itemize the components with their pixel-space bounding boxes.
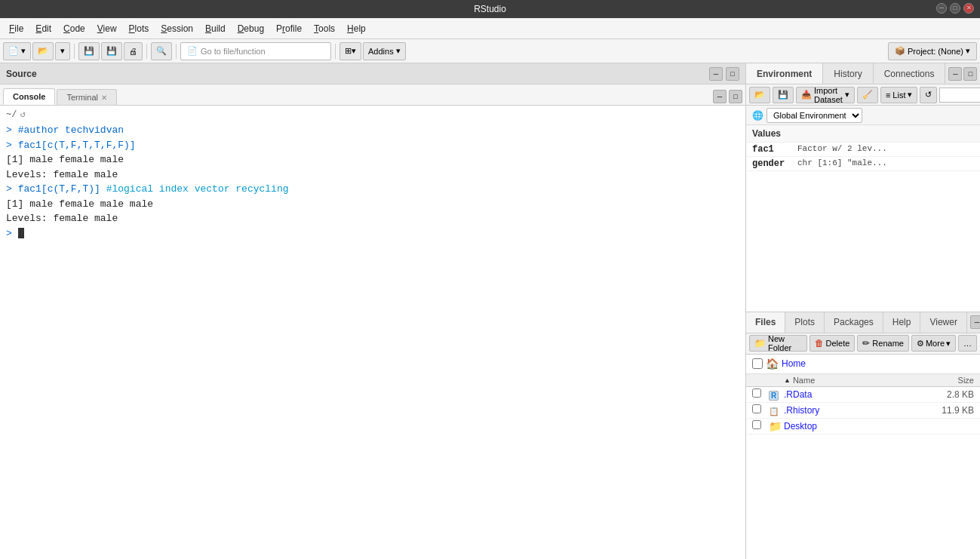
save-all-button[interactable]: 💾 [101, 42, 122, 60]
minimize-button[interactable]: ─ [936, 3, 947, 14]
addins-button[interactable]: Addins ▾ [363, 42, 406, 60]
save-all-icon: 💾 [106, 46, 117, 56]
collapse-files-button[interactable]: ─ [970, 315, 980, 329]
rdata-checkbox[interactable] [752, 389, 761, 398]
tab-terminal[interactable]: Terminal ✕ [57, 89, 117, 105]
rhistory-checkbox[interactable] [752, 404, 761, 413]
load-workspace-button[interactable]: 📂 [749, 87, 770, 103]
layout-button[interactable]: ⊞▾ [339, 42, 361, 60]
source-header-buttons: ─ □ [709, 67, 739, 81]
env-search-input[interactable] [939, 88, 980, 103]
collapse-console-button[interactable]: ─ [713, 90, 727, 103]
print-button[interactable]: 🖨 [124, 42, 143, 60]
packages-tab-label: Packages [834, 317, 874, 327]
col-size-header[interactable]: Size [921, 376, 974, 385]
menu-code[interactable]: Code [57, 20, 91, 37]
tab-connections[interactable]: Connections [874, 63, 946, 84]
delete-button[interactable]: 🗑 Delete [809, 335, 856, 352]
collapse-env-button[interactable]: ─ [948, 67, 962, 81]
new-folder-button[interactable]: 📁 New Folder [749, 335, 807, 352]
tab-viewer[interactable]: Viewer [920, 312, 966, 333]
global-env-select[interactable]: Global Environment [766, 108, 862, 123]
env-resize-buttons: ─ □ [945, 67, 980, 81]
files-more-dots-button[interactable]: … [958, 335, 977, 352]
menu-view[interactable]: View [91, 20, 123, 37]
terminal-tab-close[interactable]: ✕ [101, 94, 107, 102]
tab-console[interactable]: Console [3, 88, 55, 105]
menu-plots[interactable]: Plots [123, 20, 155, 37]
file-row-desktop[interactable]: 📁 Desktop [746, 419, 980, 435]
menu-edit[interactable]: Edit [29, 20, 57, 37]
menu-debug[interactable]: Debug [232, 20, 270, 37]
toolbar: 📄▾ 📂 ▾ 💾 💾 🖨 🔍 📄 Go to file/function ⊞▾ … [0, 39, 980, 63]
maximize-button[interactable]: □ [950, 3, 960, 14]
code-2: fac1[c(T,F,T,T,F,F)] [18, 140, 136, 151]
window-controls: ─ □ ✕ [936, 3, 974, 14]
source-header: Source ─ □ [0, 63, 745, 84]
goto-field[interactable]: 📄 Go to file/function [180, 42, 331, 60]
new-folder-label: New Folder [768, 334, 802, 352]
close-button[interactable]: ✕ [963, 3, 974, 14]
values-row-fac1[interactable]: fac1 Factor w/ 2 lev... [746, 143, 980, 157]
tab-files[interactable]: Files [746, 312, 785, 333]
open-file-button[interactable]: 📂 [32, 42, 54, 60]
values-section: Values fac1 Factor w/ 2 lev... gender ch… [746, 125, 980, 312]
refresh-env-button[interactable]: ↺ [920, 87, 937, 103]
rename-button[interactable]: ✏ Rename [857, 335, 909, 352]
console-line-2: > fac1[c(T,F,T,T,F,F)] [6, 138, 739, 153]
tab-history[interactable]: History [823, 63, 873, 84]
tab-plots[interactable]: Plots [785, 312, 825, 333]
menu-session[interactable]: Session [155, 20, 199, 37]
home-path-label[interactable]: Home [782, 358, 806, 369]
titlebar: RStudio ─ □ ✕ [0, 0, 980, 18]
desktop-name: Desktop [784, 421, 921, 432]
code-5b: #logical index vector [106, 183, 230, 195]
desktop-checkbox[interactable] [752, 420, 761, 429]
find-replace-button[interactable]: 🔍 [151, 42, 172, 60]
console-area[interactable]: ~/ ↺ > #author techvidvan > fac1[c(T,F,T… [0, 106, 745, 559]
env-tab-label: Environment [757, 69, 812, 79]
save-button[interactable]: 💾 [78, 42, 100, 60]
toolbar-separator-3 [176, 44, 177, 59]
prompt-8: > [6, 228, 12, 239]
menu-tools[interactable]: Tools [308, 20, 341, 37]
menu-profile[interactable]: Profile [270, 20, 308, 37]
tab-help[interactable]: Help [883, 312, 921, 333]
file-row-rhistory[interactable]: 📋 .Rhistory 11.9 KB [746, 403, 980, 419]
files-panel: Files Plots Packages Help Viewer ─ □ [746, 312, 980, 560]
menu-build[interactable]: Build [199, 20, 232, 37]
files-tabs-bar: Files Plots Packages Help Viewer ─ □ [746, 312, 980, 333]
values-table: fac1 Factor w/ 2 lev... gender chr [1:6]… [746, 143, 980, 171]
collapse-source-button[interactable]: ─ [709, 67, 723, 81]
menu-file[interactable]: File [3, 20, 29, 37]
console-line-8: > [6, 226, 739, 241]
search-icon: 🔍 [156, 46, 167, 56]
console-path: ~/ ↺ [6, 109, 739, 120]
select-all-checkbox[interactable] [752, 358, 763, 369]
expand-env-button[interactable]: □ [963, 67, 977, 81]
environment-section: Environment History Connections ─ □ 📂 [746, 63, 980, 312]
import-dataset-button[interactable]: 📥 Import Dataset▾ [796, 87, 855, 103]
tab-environment[interactable]: Environment [746, 63, 823, 84]
save-icon: 💾 [84, 46, 94, 56]
file-row-rdata[interactable]: R .RData 2.8 KB [746, 387, 980, 403]
menu-help[interactable]: Help [341, 20, 372, 37]
more-button[interactable]: ⚙ More▾ [911, 335, 956, 352]
toolbar-separator-4 [335, 44, 336, 59]
expand-source-button[interactable]: □ [726, 67, 739, 81]
col-name-header[interactable]: ▲ Name [784, 376, 921, 385]
expand-console-button[interactable]: □ [729, 90, 742, 103]
new-file-button[interactable]: 📄▾ [3, 42, 31, 60]
list-icon: ≡ [886, 91, 890, 100]
tab-packages[interactable]: Packages [825, 312, 883, 333]
rdata-icon: R [769, 391, 779, 401]
save-workspace-button[interactable]: 💾 [773, 87, 794, 103]
more-label: More [926, 339, 945, 348]
files-path-bar: 🏠 Home [746, 355, 980, 374]
values-row-gender[interactable]: gender chr [1:6] "male... [746, 157, 980, 171]
project-button[interactable]: 📦 Project: (None) ▾ [888, 42, 977, 60]
open-recent-button[interactable]: ▾ [55, 42, 70, 60]
clear-workspace-button[interactable]: 🧹 [857, 87, 878, 103]
list-view-button[interactable]: ≡ List▾ [880, 87, 918, 103]
list-label: List [892, 91, 905, 100]
